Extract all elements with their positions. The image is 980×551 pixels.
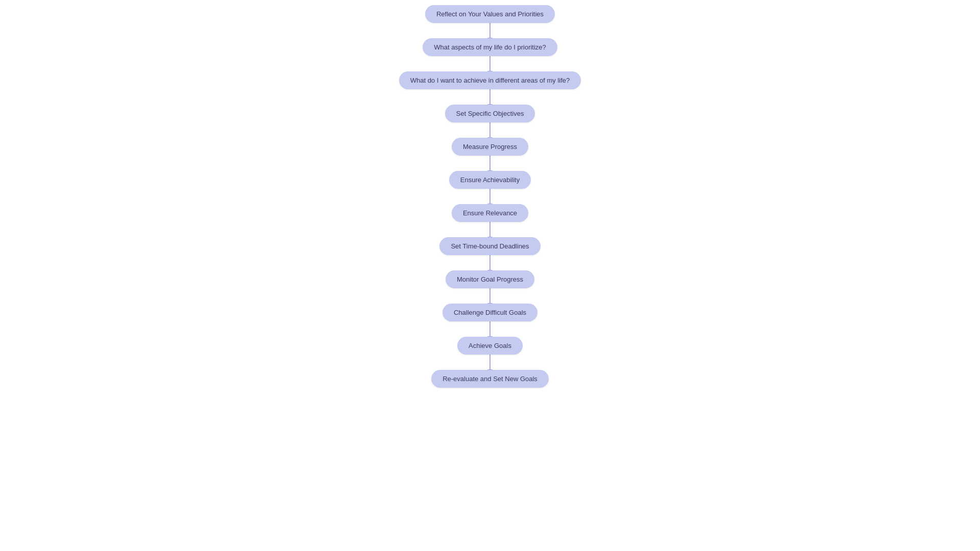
node-7[interactable]: Ensure Relevance <box>452 204 528 222</box>
connector-10 <box>489 321 491 337</box>
connector-2 <box>489 56 491 71</box>
node-2[interactable]: What aspects of my life do I prioritize? <box>423 38 557 56</box>
flowchart-container: Reflect on Your Values and PrioritiesWha… <box>0 0 980 551</box>
connector-11 <box>489 355 491 370</box>
flowchart: Reflect on Your Values and PrioritiesWha… <box>399 5 581 388</box>
node-1[interactable]: Reflect on Your Values and Priorities <box>425 5 555 23</box>
node-12[interactable]: Re-evaluate and Set New Goals <box>431 370 549 388</box>
connector-6 <box>489 189 491 204</box>
connector-8 <box>489 255 491 270</box>
node-3[interactable]: What do I want to achieve in different a… <box>399 71 581 89</box>
connector-4 <box>489 122 491 138</box>
node-5[interactable]: Measure Progress <box>452 138 528 156</box>
connector-7 <box>489 222 491 237</box>
node-10[interactable]: Challenge Difficult Goals <box>443 304 537 321</box>
node-8[interactable]: Set Time-bound Deadlines <box>439 237 540 255</box>
connector-1 <box>489 23 491 38</box>
connector-9 <box>489 288 491 304</box>
node-9[interactable]: Monitor Goal Progress <box>446 270 534 288</box>
connector-5 <box>489 156 491 171</box>
connector-3 <box>489 89 491 105</box>
node-6[interactable]: Ensure Achievability <box>449 171 531 189</box>
node-11[interactable]: Achieve Goals <box>457 337 523 355</box>
node-4[interactable]: Set Specific Objectives <box>445 105 535 122</box>
